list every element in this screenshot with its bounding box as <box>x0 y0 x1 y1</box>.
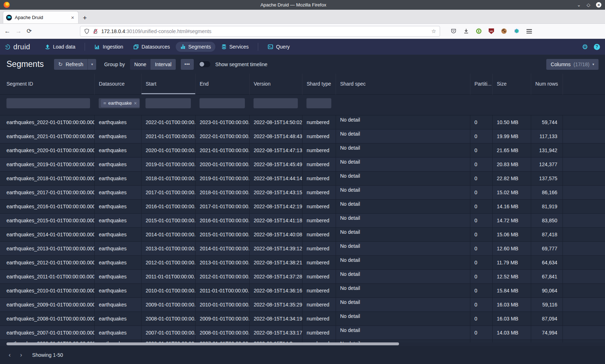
cell-size: 12.60 MB <box>492 241 531 255</box>
cell-size: 20.83 MB <box>492 157 531 171</box>
filter-row: = earthquake × <box>0 94 605 115</box>
window-maximize-button[interactable]: ◇ <box>587 3 590 7</box>
refresh-button[interactable]: ↻ Refresh <box>54 59 88 70</box>
new-tab-button[interactable]: + <box>79 14 91 23</box>
col-header-num-rows[interactable]: Num rows <box>531 74 563 94</box>
reload-button[interactable]: ⟳ <box>27 27 32 35</box>
filter-datasource-input[interactable]: = earthquake × <box>99 98 140 108</box>
settings-gear-icon[interactable]: ⚙ <box>582 44 588 50</box>
cell-shard-type: numbered <box>302 311 336 326</box>
cell-partition: 0 <box>470 157 492 171</box>
window-close-button[interactable]: × <box>596 2 601 8</box>
datasource-filter-chip[interactable]: = earthquake × <box>101 99 139 107</box>
cell-start: 2018-01-01T00:00:00.0... <box>141 171 195 185</box>
cell-end: 2014-01-01T00:00:00.0... <box>195 241 249 255</box>
window-minimize-button[interactable]: ⌄ <box>577 3 581 7</box>
col-header-datasource[interactable]: Datasource <box>94 74 141 94</box>
remove-filter-icon[interactable]: × <box>134 100 137 106</box>
refresh-options-button[interactable]: ▾ <box>88 59 96 70</box>
tab-close-icon[interactable]: × <box>70 14 75 21</box>
cell-num-rows <box>531 340 563 342</box>
pagination-footer: ‹ › Showing 1-50 <box>0 346 605 364</box>
cell-datasource: earthquakes <box>94 199 141 213</box>
col-header-end[interactable]: End <box>195 74 249 94</box>
columns-button[interactable]: Columns (17/18) ▾ <box>546 59 599 70</box>
group-by-interval-button[interactable]: Interval <box>151 59 176 70</box>
segments-table-container: Segment ID Datasource Start End Version … <box>0 74 605 346</box>
cell-segment-id: earthquakes_2006-01-01T00:00:00.000Z_2..… <box>0 340 94 342</box>
col-header-size[interactable]: Size <box>492 74 531 94</box>
forward-button[interactable]: → <box>15 28 22 35</box>
nav-query[interactable]: Query <box>263 42 294 52</box>
menu-button[interactable] <box>526 28 532 35</box>
horizontal-scrollbar[interactable] <box>6 342 399 345</box>
back-button[interactable]: ← <box>4 28 10 35</box>
cell-partition: 0 <box>470 171 492 185</box>
filter-end-input[interactable] <box>200 98 245 108</box>
cell-partition: 0 <box>470 241 492 255</box>
cell-segment-id: earthquakes_2017-01-01T00:00:00.000Z_2..… <box>0 185 94 199</box>
cell-partition: 0 <box>470 185 492 199</box>
cell-partition: 0 <box>470 129 492 143</box>
cell-version: 2022-08-15T14:37:28.7... <box>249 269 302 283</box>
cell-end: 2007-01-01T00:00:00.0... <box>195 340 249 342</box>
cell-version: 2022-08-15T14:45:49.1... <box>249 157 302 171</box>
table-row: earthquakes_2020-01-01T00:00:00.000Z_2..… <box>0 143 605 157</box>
cell-num-rows: 131,942 <box>531 143 563 157</box>
cell-version: 2022-08-15T14:40:08.4... <box>249 227 302 241</box>
group-by-none-button[interactable]: None <box>130 59 151 70</box>
nav-load-data[interactable]: Load data <box>40 42 80 52</box>
browser-tab[interactable]: Apache Druid × <box>3 11 79 23</box>
cell-start: 2015-01-01T00:00:00.0... <box>141 213 195 227</box>
tracking-shield-icon[interactable] <box>84 28 90 34</box>
insecure-lock-icon[interactable] <box>93 28 98 34</box>
cell-start: 2016-01-01T00:00:00.0... <box>141 199 195 213</box>
col-header-partition[interactable]: Partiti... <box>470 74 492 94</box>
extension-asterisk-icon[interactable]: ✱✱ <box>513 28 520 35</box>
cell-partition: 0 <box>470 283 492 297</box>
url-bar[interactable]: 172.18.0.4:30109/unified-console.html#se… <box>80 26 440 37</box>
cell-segment-id: earthquakes_2018-01-01T00:00:00.000Z_2..… <box>0 171 94 185</box>
pocket-icon[interactable] <box>450 28 457 35</box>
filter-shard-type-input[interactable] <box>306 98 331 108</box>
cookie-extension-icon[interactable] <box>501 28 507 35</box>
downloads-icon[interactable] <box>463 28 469 35</box>
col-header-segment-id[interactable]: Segment ID <box>0 74 94 94</box>
cell-segment-id: earthquakes_2012-01-01T00:00:00.000Z_2..… <box>0 255 94 269</box>
col-header-shard-spec[interactable]: Shard spec <box>336 74 470 94</box>
cell-datasource: earthquakes <box>94 185 141 199</box>
druid-logo[interactable]: druid <box>5 43 30 51</box>
filter-start-input[interactable] <box>145 98 191 108</box>
extension-green-icon[interactable] <box>475 28 482 35</box>
cell-size: 11.79 MB <box>492 255 531 269</box>
chevron-down-icon: ▾ <box>91 62 93 66</box>
cell-filler <box>563 283 605 297</box>
cell-filler <box>563 340 605 342</box>
segments-icon <box>180 44 186 50</box>
ublock-origin-icon[interactable]: UO <box>488 28 494 35</box>
col-header-version[interactable]: Version <box>249 74 302 94</box>
cell-start: 2021-01-01T00:00:00.0... <box>141 129 195 143</box>
cell-datasource: earthquakes <box>94 340 141 342</box>
col-header-start[interactable]: Start <box>141 74 195 94</box>
cell-size: 14.03 MB <box>492 326 531 340</box>
more-options-button[interactable]: ••• <box>181 59 194 70</box>
nav-services[interactable]: Services <box>217 42 253 52</box>
next-page-button[interactable]: › <box>17 351 25 359</box>
segment-timeline-toggle[interactable] <box>199 61 210 67</box>
nav-datasources[interactable]: Datasources <box>129 42 174 52</box>
col-header-shard-type[interactable]: Shard type <box>302 74 336 94</box>
filter-version-input[interactable] <box>254 98 298 108</box>
nav-ingestion[interactable]: Ingestion <box>90 42 127 52</box>
cell-num-rows: 67,841 <box>531 269 563 283</box>
cell-shard-spec: No detail <box>336 213 470 227</box>
bookmark-star-icon[interactable]: ☆ <box>431 28 436 35</box>
cell-shard-type: numbered <box>302 297 336 311</box>
cell-partition: 0 <box>470 199 492 213</box>
cell-segment-id: earthquakes_2022-01-01T00:00:00.000Z_2..… <box>0 115 94 129</box>
nav-segments[interactable]: Segments <box>176 42 215 52</box>
help-icon[interactable]: ? <box>594 44 600 50</box>
prev-page-button[interactable]: ‹ <box>6 351 14 359</box>
nav-label: Segments <box>188 44 211 50</box>
filter-segment-id-input[interactable] <box>6 98 90 108</box>
